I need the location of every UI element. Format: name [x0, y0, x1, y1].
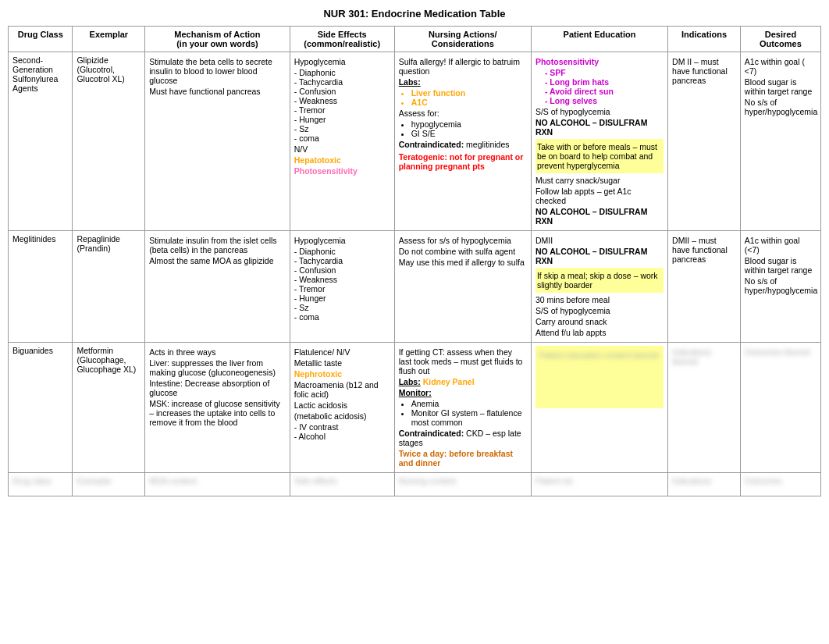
exemplar-cell: Repaglinide (Prandin): [73, 231, 145, 343]
exemplar-cell: Exemplar: [73, 473, 145, 496]
indications-cell: DMII – must have functional pancreas: [668, 231, 741, 343]
indications-cell: Indications blurred: [668, 343, 741, 473]
outcomes-cell: Outcomes blurred: [740, 343, 820, 473]
header-side-effects: Side Effects(common/realistic): [290, 27, 394, 52]
table-row: Biguanides Metformin (Glucophage, Glucop…: [9, 343, 821, 473]
page-title: NUR 301: Endocrine Medication Table: [8, 8, 821, 20]
table-row: Second-Generation Sulfonylurea Agents Gl…: [9, 52, 821, 231]
header-indications: Indications: [668, 27, 741, 52]
patient-ed-cell: Patient ed: [531, 473, 667, 496]
header-exemplar: Exemplar: [73, 27, 145, 52]
outcomes-cell: Outcomes: [740, 473, 820, 496]
highlight-block: Patient education content blurred: [535, 346, 664, 408]
medication-table: Drug Class Exemplar Mechanism of Action(…: [8, 26, 821, 496]
page-wrapper: NUR 301: Endocrine Medication Table Drug…: [0, 0, 829, 644]
drug-class-cell: Second-Generation Sulfonylurea Agents: [9, 52, 73, 231]
moa-cell: Stimulate insulin from the islet cells (…: [145, 231, 290, 343]
header-patient-ed: Patient Education: [531, 27, 667, 52]
drug-class-cell: Meglitinides: [9, 231, 73, 343]
header-nursing: Nursing Actions/ Considerations: [394, 27, 531, 52]
drug-class-cell: Drug class: [9, 473, 73, 496]
side-effects-cell: Flatulence/ N/V Metallic taste Nephrotox…: [290, 343, 394, 473]
header-outcomes: Desired Outcomes: [740, 27, 820, 52]
highlight-block: Take with or before meals – must be on b…: [535, 139, 664, 173]
nursing-cell: Sulfa allergy! If allergic to batruim qu…: [394, 52, 531, 231]
moa-cell: MOA content: [145, 473, 290, 496]
patient-ed-cell: DMII NO ALCOHOL – DISULFRAM RXN If skip …: [531, 231, 667, 343]
header-moa: Mechanism of Action(in your own words): [145, 27, 290, 52]
outcomes-cell: A1c within goal (<7) Blood sugar is with…: [740, 231, 820, 343]
moa-cell: Stimulate the beta cells to secrete insu…: [145, 52, 290, 231]
indications-cell: Indications: [668, 473, 741, 496]
table-row: Drug class Exemplar MOA content Side eff…: [9, 473, 821, 496]
outcomes-cell: A1c within goal ( <7) Blood sugar is wit…: [740, 52, 820, 231]
header-drug-class: Drug Class: [9, 27, 73, 52]
table-row: Meglitinides Repaglinide (Prandin) Stimu…: [9, 231, 821, 343]
nursing-cell: Assess for s/s of hypoglycemia Do not co…: [394, 231, 531, 343]
nursing-cell: If getting CT: assess when they last too…: [394, 343, 531, 473]
highlight-block: If skip a meal; skip a dose – work sligh…: [535, 268, 664, 293]
side-effects-cell: Hypoglycemia Diaphonic Tachycardia Confu…: [290, 231, 394, 343]
patient-ed-cell: Patient education content blurred: [531, 343, 667, 473]
nursing-cell: Nursing content: [394, 473, 531, 496]
patient-ed-cell: Photosensitivity SPF Long brim hats Avoi…: [531, 52, 667, 231]
exemplar-cell: Glipizide (Glucotrol, Glucotrol XL): [73, 52, 145, 231]
side-effects-cell: Side effects: [290, 473, 394, 496]
indications-cell: DM II – must have functional pancreas: [668, 52, 741, 231]
moa-cell: Acts in three ways Liver: suppresses the…: [145, 343, 290, 473]
exemplar-cell: Metformin (Glucophage, Glucophage XL): [73, 343, 145, 473]
side-effects-cell: Hypoglycemia Diaphonic Tachycardia Confu…: [290, 52, 394, 231]
drug-class-cell: Biguanides: [9, 343, 73, 473]
